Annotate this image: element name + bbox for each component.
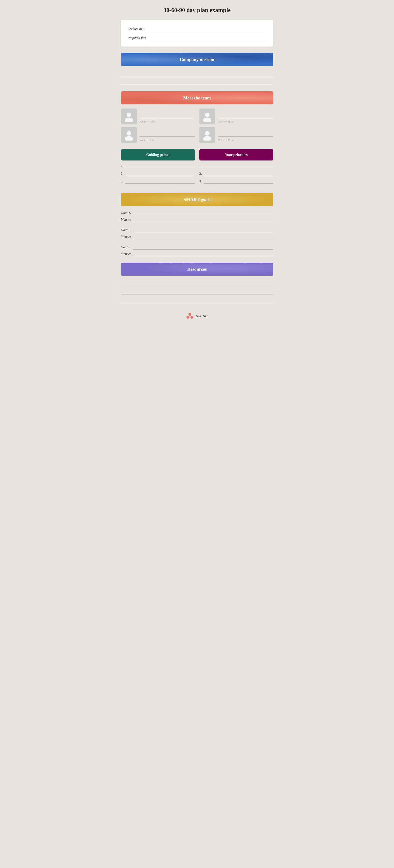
resources-banner: Resources <box>121 263 273 276</box>
metric-label-2: Metric: <box>121 235 131 239</box>
mission-line-1[interactable] <box>121 70 273 76</box>
metric-input-2[interactable] <box>133 234 273 239</box>
mission-line-2[interactable] <box>121 79 273 85</box>
your-priorities-col: Your priorities 1. 2. 3. <box>200 149 273 187</box>
resources-label: Resources <box>187 267 207 272</box>
svg-point-7 <box>203 136 211 141</box>
member-name-label-3: Name + Role <box>140 138 155 142</box>
metric-row-3: Metric: <box>121 251 273 256</box>
company-mission-banner: Company mission <box>121 53 273 66</box>
team-member-1: Name + Role <box>121 108 195 124</box>
team-member-3: Name + Role <box>121 127 195 143</box>
svg-point-4 <box>127 131 131 135</box>
goal-label-3: Goal 3. <box>121 245 131 249</box>
guiding-point-1: 1. <box>121 164 195 168</box>
your-priorities-banner: Your priorities <box>200 149 273 160</box>
your-priorities-list: 1. 2. 3. <box>200 164 273 184</box>
priority-num-2: 2. <box>200 172 202 176</box>
member-info-2: Name + Role <box>218 114 273 124</box>
two-col-section: Guiding points 1. 2. 3. Your priorities … <box>121 149 273 187</box>
member-name-label-1: Name + Role <box>140 120 155 123</box>
goal-input-3[interactable] <box>133 245 273 250</box>
svg-point-0 <box>127 113 131 117</box>
created-by-input[interactable] <box>146 26 266 31</box>
priority-2: 2. <box>200 171 273 176</box>
guiding-num-3: 3. <box>121 180 123 183</box>
guiding-input-3[interactable] <box>125 179 195 184</box>
guiding-input-1[interactable] <box>125 164 195 168</box>
prepared-for-input[interactable] <box>148 35 266 40</box>
team-grid: Name + Role Name + Role <box>121 108 273 143</box>
guiding-points-col: Guiding points 1. 2. 3. <box>121 149 195 187</box>
resource-line-1[interactable] <box>121 280 273 286</box>
your-priorities-label: Your priorities <box>225 153 248 157</box>
avatar-1 <box>121 108 137 124</box>
svg-point-8 <box>188 313 191 316</box>
goal-row-1: Goal 1. <box>121 210 273 215</box>
mission-lines <box>121 70 273 85</box>
team-section: Name + Role Name + Role <box>121 108 273 143</box>
avatar-4 <box>200 127 215 143</box>
member-line-1[interactable] <box>140 114 195 118</box>
goal-label-2: Goal 2. <box>121 228 131 232</box>
smart-goals-section: Goal 1. Metric: Goal 2. Metric: Goal 3. … <box>121 210 273 256</box>
resources-section <box>121 280 273 303</box>
priority-input-1[interactable] <box>204 164 273 168</box>
priority-input-2[interactable] <box>204 171 273 176</box>
svg-point-3 <box>203 118 211 122</box>
metric-input-1[interactable] <box>133 217 273 222</box>
resource-line-3[interactable] <box>121 297 273 303</box>
team-member-2: Name + Role <box>200 108 273 124</box>
priority-input-3[interactable] <box>204 179 273 184</box>
goal-block-2: Goal 2. Metric: <box>121 227 273 239</box>
svg-point-9 <box>186 316 189 319</box>
info-card: Created by: Prepared for: <box>121 20 273 46</box>
priority-num-1: 1. <box>200 164 202 168</box>
goal-row-2: Goal 2. <box>121 227 273 232</box>
team-member-4: Name + Role <box>200 127 273 143</box>
priority-1: 1. <box>200 164 273 168</box>
member-info-1: Name + Role <box>140 114 195 124</box>
member-line-4[interactable] <box>218 132 273 136</box>
meet-team-label: Meet the team <box>183 95 211 101</box>
priority-num-3: 3. <box>200 180 202 183</box>
svg-point-10 <box>190 316 193 319</box>
meet-team-banner: Meet the team <box>121 91 273 104</box>
asana-wordmark: asana <box>196 313 208 318</box>
avatar-2 <box>200 108 215 124</box>
guiding-points-banner: Guiding points <box>121 149 195 160</box>
resource-line-2[interactable] <box>121 288 273 295</box>
goal-block-1: Goal 1. Metric: <box>121 210 273 222</box>
goal-input-1[interactable] <box>133 210 273 215</box>
prepared-for-row: Prepared for: <box>128 35 267 40</box>
goal-label-1: Goal 1. <box>121 211 131 215</box>
created-by-row: Created by: <box>128 26 267 31</box>
member-name-label-4: Name + Role <box>218 138 234 142</box>
company-mission-label: Company mission <box>180 57 214 62</box>
smart-goals-label: SMART goals <box>184 197 211 202</box>
member-name-label-2: Name + Role <box>218 120 234 123</box>
guiding-num-1: 1. <box>121 164 123 168</box>
metric-label-3: Metric: <box>121 252 131 256</box>
guiding-point-3: 3. <box>121 179 195 184</box>
goal-row-3: Goal 3. <box>121 245 273 250</box>
page-title: 30-60-90 day plan example <box>121 7 273 13</box>
guiding-point-2: 2. <box>121 171 195 176</box>
svg-point-1 <box>125 118 133 122</box>
member-info-4: Name + Role <box>218 132 273 143</box>
guiding-input-2[interactable] <box>125 171 195 176</box>
guiding-points-label: Guiding points <box>146 153 169 157</box>
prepared-for-label: Prepared for: <box>128 36 146 40</box>
member-line-3[interactable] <box>140 132 195 136</box>
goal-block-3: Goal 3. Metric: <box>121 245 273 256</box>
metric-row-2: Metric: <box>121 234 273 239</box>
member-info-3: Name + Role <box>140 132 195 143</box>
asana-logo: asana <box>121 312 273 319</box>
guiding-num-2: 2. <box>121 172 123 176</box>
svg-point-6 <box>205 131 210 135</box>
metric-input-3[interactable] <box>133 251 273 256</box>
metric-label-1: Metric: <box>121 218 131 221</box>
goal-input-2[interactable] <box>133 227 273 232</box>
svg-point-5 <box>125 136 133 141</box>
member-line-2[interactable] <box>218 114 273 118</box>
